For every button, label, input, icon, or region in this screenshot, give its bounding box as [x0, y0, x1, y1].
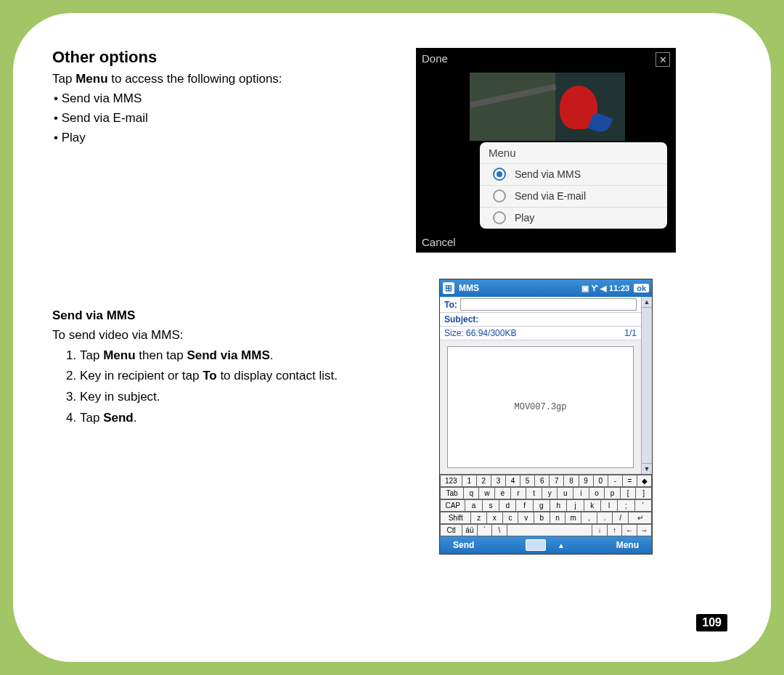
keyboard-key[interactable]: x — [486, 512, 502, 524]
right-column: Done ✕ Menu Send via MMS Sen — [364, 48, 727, 555]
keyboard-key[interactable]: ; — [617, 499, 634, 512]
keyboard-key[interactable]: 8 — [563, 475, 578, 487]
keyboard-key[interactable]: → — [637, 524, 652, 536]
keyboard-key[interactable]: , — [581, 512, 597, 524]
keyboard-key[interactable]: m — [565, 512, 581, 524]
radio-icon — [493, 189, 506, 202]
keyboard-key[interactable]: ] — [635, 487, 652, 499]
keyboard-key[interactable]: [ — [620, 487, 636, 499]
keyboard-key[interactable] — [507, 524, 592, 536]
sip-icon[interactable] — [526, 539, 546, 551]
section-heading-other-options: Other options — [52, 48, 364, 67]
keyboard-key[interactable]: 4 — [505, 475, 520, 487]
bullet-item: Play — [62, 131, 86, 144]
keyboard-key[interactable]: q — [463, 487, 479, 499]
keyboard-key[interactable]: ↵ — [628, 512, 652, 524]
slide-counter: 1/1 — [624, 328, 637, 338]
soft-keyboard[interactable]: 1231234567890-=◆ Tabqwertyuiop[] CAPasdf… — [440, 474, 652, 536]
keyboard-key[interactable]: l — [600, 499, 617, 512]
keyboard-key[interactable]: b — [534, 512, 550, 524]
keyboard-key[interactable]: \ — [491, 524, 506, 536]
keyboard-key[interactable]: s — [482, 499, 499, 512]
scrollbar[interactable]: ▲ ▼ — [641, 297, 652, 474]
keyboard-key[interactable]: ↑ — [607, 524, 621, 536]
menu-item-send-mms[interactable]: Send via MMS — [480, 163, 667, 185]
keyboard-key[interactable]: ' — [634, 499, 652, 512]
radio-icon — [493, 211, 506, 224]
ok-button[interactable]: ok — [634, 284, 649, 292]
screenshot-media-menu: Done ✕ Menu Send via MMS Sen — [416, 48, 676, 253]
keyboard-key[interactable]: 3 — [491, 475, 505, 487]
keyboard-key[interactable]: d — [499, 499, 515, 512]
keyboard-key[interactable]: Shift — [440, 512, 470, 524]
keyboard-key[interactable]: j — [566, 499, 583, 512]
menu-item-play[interactable]: Play — [480, 207, 667, 229]
size-row: Size: 66.94/300KB 1/1 — [440, 327, 641, 340]
keyboard-key[interactable]: CAP — [440, 499, 465, 512]
keyboard-key[interactable]: t — [526, 487, 542, 499]
context-menu: Menu Send via MMS Send via E-mail Play — [480, 142, 667, 229]
keyboard-key[interactable]: o — [589, 487, 605, 499]
attachment-preview[interactable]: MOV007.3gp — [447, 346, 634, 468]
menu-item-send-email[interactable]: Send via E-mail — [480, 185, 667, 207]
subject-label: Subject: — [444, 314, 478, 324]
keyboard-key[interactable]: p — [604, 487, 620, 499]
keyboard-key[interactable]: . — [597, 512, 613, 524]
keyboard-key[interactable]: h — [550, 499, 566, 512]
keyboard-key[interactable]: r — [510, 487, 526, 499]
keyboard-key[interactable]: Ctl — [440, 524, 462, 536]
cancel-label[interactable]: Cancel — [422, 236, 456, 248]
keyboard-key[interactable]: a — [465, 499, 481, 512]
keyboard-key[interactable]: 7 — [549, 475, 563, 487]
keyboard-key[interactable]: ← — [621, 524, 636, 536]
keyboard-key[interactable]: 0 — [593, 475, 608, 487]
keyboard-key[interactable]: 9 — [579, 475, 593, 487]
keyboard-key[interactable]: 6 — [534, 475, 549, 487]
start-icon[interactable]: ⊞ — [443, 282, 454, 294]
keyboard-key[interactable]: áü — [462, 524, 476, 536]
step-item: Key in recipient or tap To to display co… — [80, 367, 364, 385]
keyboard-key[interactable]: = — [622, 475, 637, 487]
clock: 11:23 — [609, 284, 629, 292]
chevron-up-icon[interactable]: ▲ — [558, 541, 565, 549]
keyboard-key[interactable]: 5 — [520, 475, 534, 487]
keyboard-key[interactable]: Tab — [440, 487, 463, 499]
keyboard-key[interactable]: 1 — [462, 475, 476, 487]
screenshot-mms-compose: ⊞ MMS ▣ Ƴ ◀ 11:23 ok To: — [439, 279, 653, 555]
keyboard-key[interactable]: ◆ — [637, 475, 652, 487]
softkey-menu[interactable]: Menu — [616, 540, 639, 550]
media-thumbnail — [470, 73, 625, 141]
to-field-row: To: — [440, 297, 641, 313]
keyboard-key[interactable]: n — [550, 512, 565, 524]
step-item: Key in subject. — [80, 388, 364, 406]
to-label[interactable]: To: — [444, 300, 457, 310]
keyboard-key[interactable]: z — [470, 512, 486, 524]
scroll-down-icon[interactable]: ▼ — [642, 463, 652, 474]
section2-intro: To send video via MMS: — [52, 327, 364, 344]
keyboard-key[interactable]: / — [612, 512, 628, 524]
keyboard-key[interactable]: g — [533, 499, 550, 512]
keyboard-key[interactable]: ↓ — [592, 524, 606, 536]
keyboard-key[interactable]: - — [608, 475, 622, 487]
scroll-up-icon[interactable]: ▲ — [642, 297, 652, 308]
keyboard-key[interactable]: f — [515, 499, 532, 512]
keyboard-key[interactable]: v — [518, 512, 534, 524]
keyboard-key[interactable]: w — [478, 487, 494, 499]
keyboard-key[interactable]: k — [584, 499, 600, 512]
done-label[interactable]: Done — [422, 52, 448, 67]
keyboard-key[interactable]: c — [502, 512, 518, 524]
keyboard-key[interactable]: u — [557, 487, 573, 499]
keyboard-key[interactable]: ` — [477, 524, 491, 536]
page-number: 109 — [696, 614, 727, 631]
keyboard-key[interactable]: i — [573, 487, 589, 499]
keyboard-key[interactable]: e — [494, 487, 510, 499]
close-icon[interactable]: ✕ — [656, 52, 670, 67]
keyboard-key[interactable]: 123 — [440, 475, 462, 487]
keyboard-key[interactable]: 2 — [476, 475, 491, 487]
to-input[interactable] — [460, 298, 637, 311]
left-column: Other options Tap Menu to access the fol… — [52, 48, 364, 555]
speaker-icon: ◀ — [600, 284, 606, 293]
softkey-send[interactable]: Send — [453, 540, 474, 550]
step-item: Tap Send. — [80, 409, 364, 428]
keyboard-key[interactable]: y — [542, 487, 558, 499]
